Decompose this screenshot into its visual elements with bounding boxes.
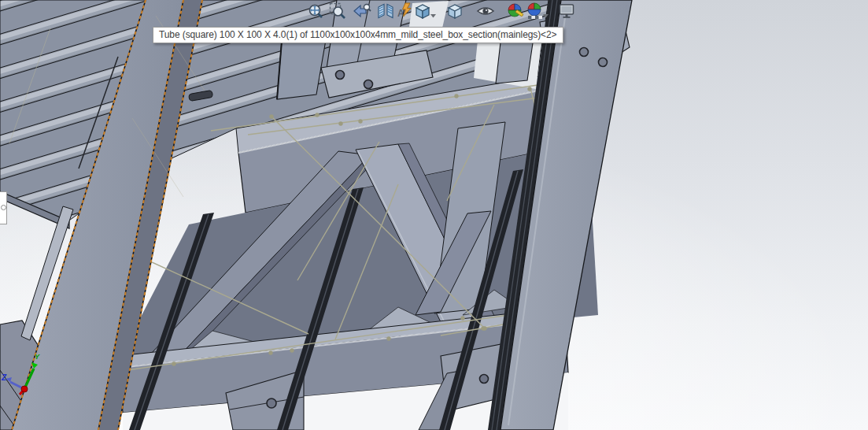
zoom-to-area-icon[interactable] [328,2,347,20]
selection-tooltip: Tube (square) 100 X 100 X 4.0(1) of 1100… [153,27,563,43]
previous-view-icon[interactable] [353,2,371,20]
view-orientation-dropdown[interactable] [430,8,437,14]
fragment-dot-icon [1,205,6,210]
3d-viewport[interactable]: Z Y [0,0,868,430]
cad-application-window: Z Y [0,0,868,430]
hide-show-items-icon[interactable] [476,2,495,20]
apply-scene-dropdown[interactable] [542,8,549,14]
clipped-ui-fragment [0,191,7,224]
section-view-icon[interactable] [376,2,395,20]
triad-y-label: Y [35,353,40,361]
selection-tooltip-text: Tube (square) 100 X 100 X 4.0(1) of 1100… [159,29,557,40]
triad-z-label: Z [1,373,7,382]
zoom-to-fit-icon[interactable] [306,2,325,20]
display-style-icon[interactable] [445,2,464,20]
view-settings-icon[interactable] [557,2,576,20]
dynamic-annotation-views-icon[interactable]: A [395,2,414,20]
edit-appearance-icon[interactable] [506,2,525,20]
